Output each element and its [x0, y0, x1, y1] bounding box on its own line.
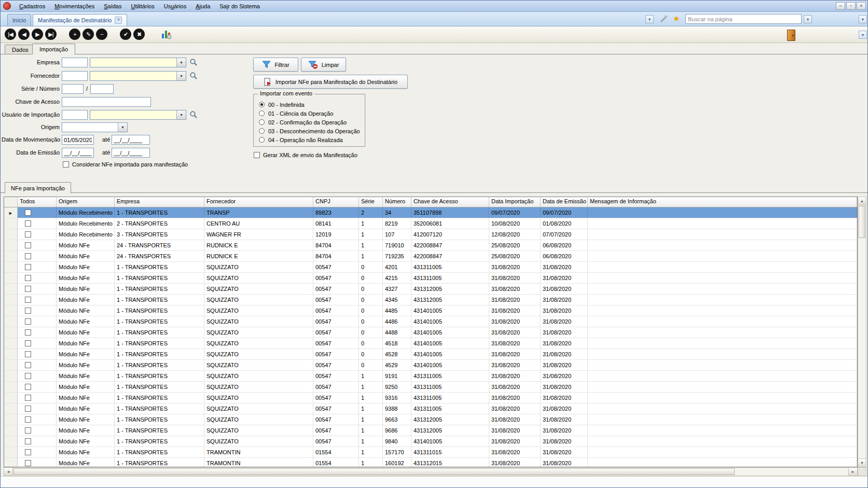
considerar-nfe-checkbox-row[interactable]: Considerar NFe importada para manifestaç…: [63, 161, 188, 168]
horizontal-scroll-thumb[interactable]: [13, 468, 735, 475]
scroll-up-button[interactable]: ▲: [858, 197, 866, 205]
table-row[interactable]: Módulo NFe1 - TRANSPORTESSQUIZZATO005471…: [4, 382, 857, 393]
row-checkbox[interactable]: [25, 449, 31, 455]
tab-list-dropdown-button[interactable]: ▼: [645, 15, 654, 23]
tab-inicio[interactable]: Início: [7, 14, 31, 26]
table-row[interactable]: Módulo NFe1 - TRANSPORTESSQUIZZATO005470…: [4, 273, 857, 284]
tab-nfe-para-importacao[interactable]: NFe para Importação: [5, 182, 71, 193]
table-row[interactable]: Módulo NFe1 - TRANSPORTESSQUIZZATO005471…: [4, 425, 857, 436]
row-checkbox[interactable]: [25, 242, 31, 248]
fornecedor-combo[interactable]: ▼: [90, 71, 186, 81]
tabstrip-overflow-button[interactable]: ▼: [859, 15, 867, 23]
scroll-down-button[interactable]: ▼: [858, 458, 866, 467]
table-row[interactable]: Módulo NFe1 - TRANSPORTESSQUIZZATO005470…: [4, 316, 857, 327]
menu-item-sair-do-sistema[interactable]: Sair do Sistema: [215, 2, 265, 10]
chevron-down-icon[interactable]: ▼: [176, 110, 186, 119]
wand-icon[interactable]: [659, 15, 668, 23]
considerar-nfe-checkbox[interactable]: [63, 161, 69, 168]
table-row[interactable]: Módulo NFe1 - TRANSPORTESTRAMONTIN015541…: [4, 458, 857, 467]
menu-item-utilitarios[interactable]: Utilitários: [126, 2, 159, 10]
table-row[interactable]: Módulo NFe24 - TRANSPORTESRUDNICK E84704…: [4, 251, 857, 262]
row-checkbox[interactable]: [25, 460, 31, 466]
next-record-button[interactable]: ▶: [32, 29, 43, 40]
empresa-code-input[interactable]: [62, 58, 88, 67]
scroll-left-button[interactable]: ◄: [4, 468, 13, 476]
numero-input[interactable]: [90, 84, 114, 94]
origem-combo[interactable]: ▼: [62, 122, 128, 132]
row-checkbox[interactable]: [25, 210, 31, 216]
row-checkbox[interactable]: [25, 264, 31, 270]
tab-importacao[interactable]: Importação: [32, 44, 75, 54]
usuario-code-input[interactable]: [62, 110, 88, 120]
scroll-right-button[interactable]: ►: [848, 468, 857, 476]
empresa-search-icon[interactable]: [189, 58, 198, 66]
row-checkbox[interactable]: [25, 275, 31, 281]
table-row[interactable]: Módulo NFe1 - TRANSPORTESSQUIZZATO005471…: [4, 403, 857, 414]
data-emissao-fim-input[interactable]: [112, 148, 150, 158]
minimize-button[interactable]: –: [836, 2, 845, 10]
evento-option-01-ciencia-da-operacao[interactable]: 01 - Ciência da Operação: [254, 109, 365, 118]
search-input[interactable]: [685, 14, 802, 24]
empresa-combo[interactable]: ▼: [90, 58, 186, 67]
evento-option-00-indefinida[interactable]: 00 - Indefinida: [254, 100, 365, 109]
data-movimentacao-inicio-input[interactable]: [62, 135, 94, 145]
table-row[interactable]: Módulo Recebimento3 - TRANSPORTESWAGNER …: [4, 229, 857, 240]
table-row[interactable]: Módulo NFe24 - TRANSPORTESRUDNICK E84704…: [4, 240, 857, 251]
gerar-xml-checkbox-row[interactable]: Gerar XML de envio da Manifestação: [254, 152, 357, 158]
table-row[interactable]: Módulo NFe1 - TRANSPORTESSQUIZZATO005470…: [4, 295, 857, 305]
table-row[interactable]: Módulo NFe1 - TRANSPORTESSQUIZZATO005470…: [4, 262, 857, 273]
data-movimentacao-fim-input[interactable]: [112, 135, 150, 145]
tab-dados[interactable]: Dados: [5, 45, 36, 54]
column-header-data-importacao[interactable]: Data Importação: [489, 197, 541, 207]
table-row[interactable]: Módulo NFe1 - TRANSPORTESSQUIZZATO005470…: [4, 349, 857, 360]
exit-icon[interactable]: [787, 30, 795, 41]
column-header-empresa[interactable]: Empresa: [115, 197, 204, 207]
chart-button[interactable]: [160, 28, 173, 40]
table-row[interactable]: ►Módulo Recebimento1 - TRANSPORTESTRANSP…: [4, 207, 857, 218]
edit-record-button[interactable]: ✎: [82, 29, 94, 40]
fornecedor-code-input[interactable]: [62, 71, 88, 81]
first-record-button[interactable]: |◀: [5, 29, 16, 40]
evento-option-02-confirmacao-da-operacao[interactable]: 02 - Confirmação da Operação: [254, 118, 365, 127]
limpar-button[interactable]: Limpar: [301, 58, 346, 72]
evento-option-04-operacao-nao-realizada[interactable]: 04 - Operação não Realizada: [254, 135, 365, 144]
chevron-down-icon[interactable]: ▼: [118, 123, 127, 132]
data-emissao-inicio-input[interactable]: [62, 148, 94, 158]
table-row[interactable]: Módulo Recebimento2 - TRANSPORTESCENTRO …: [4, 218, 857, 229]
menu-item-cadastros[interactable]: Cadastros: [15, 2, 50, 10]
row-checkbox[interactable]: [25, 362, 31, 368]
table-row[interactable]: Módulo NFe1 - TRANSPORTESSQUIZZATO005471…: [4, 414, 857, 425]
prior-record-button[interactable]: ◀: [18, 29, 30, 40]
tab-manifestacao-destinatario[interactable]: Manifestação de Destinatário ✕: [33, 14, 127, 26]
search-options-button[interactable]: ▼: [804, 15, 812, 23]
row-checkbox[interactable]: [25, 427, 31, 434]
menu-item-movimentacoes[interactable]: Movimentações: [50, 2, 99, 10]
serie-input[interactable]: [62, 84, 84, 94]
column-header-chave-de-acesso[interactable]: Chave de Acesso: [411, 197, 489, 207]
table-row[interactable]: Módulo NFe1 - TRANSPORTESSQUIZZATO005471…: [4, 436, 857, 447]
row-checkbox[interactable]: [25, 297, 31, 303]
table-row[interactable]: Módulo NFe1 - TRANSPORTESSQUIZZATO005471…: [4, 371, 857, 382]
table-row[interactable]: Módulo NFe1 - TRANSPORTESSQUIZZATO005470…: [4, 305, 857, 316]
menu-item-usuarios[interactable]: Usuários: [159, 2, 191, 10]
toolbar-overflow-button[interactable]: ▼: [859, 31, 867, 39]
delete-record-button[interactable]: −: [96, 29, 107, 40]
chevron-down-icon[interactable]: ▼: [176, 58, 186, 67]
table-row[interactable]: Módulo NFe1 - TRANSPORTESSQUIZZATO005470…: [4, 284, 857, 295]
table-row[interactable]: Módulo NFe1 - TRANSPORTESSQUIZZATO005470…: [4, 360, 857, 371]
confirm-button[interactable]: ✔: [120, 29, 131, 40]
tab-close-icon[interactable]: ✕: [115, 17, 122, 24]
vertical-scrollbar[interactable]: ▲ ▼: [858, 197, 866, 467]
evento-option-03-desconhecimento-da-operacao[interactable]: 03 - Desconhecimento da Operação: [254, 127, 365, 135]
maximize-button[interactable]: ▫: [846, 2, 856, 10]
column-header-cnpj[interactable]: CNPJ: [313, 197, 359, 207]
column-header-numero[interactable]: Número: [383, 197, 411, 207]
chevron-down-icon[interactable]: ▼: [176, 72, 186, 80]
row-checkbox[interactable]: [25, 308, 31, 314]
row-checkbox[interactable]: [25, 406, 31, 412]
row-checkbox[interactable]: [25, 384, 31, 390]
favorite-star-icon[interactable]: ★: [673, 15, 680, 22]
row-checkbox[interactable]: [25, 220, 31, 227]
column-header-origem[interactable]: Origem: [57, 197, 115, 207]
row-checkbox[interactable]: [25, 318, 31, 325]
